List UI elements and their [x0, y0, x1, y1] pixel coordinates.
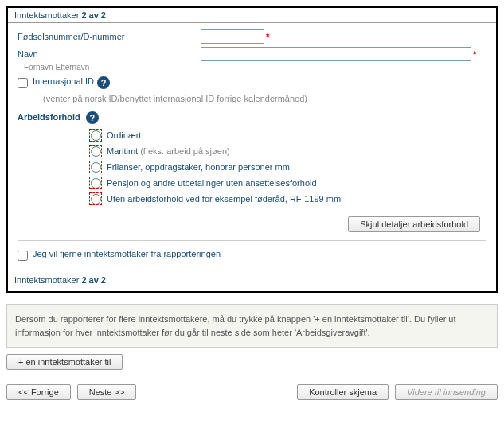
nav-buttons: << Forrige Neste >> Kontroller skjema Vi… [6, 384, 498, 400]
remove-row: Jeg vil fjerne inntektsmottaker fra rapp… [18, 249, 486, 261]
arbeidsforhold-title: Arbeidsforhold ? [18, 111, 486, 124]
intl-id-hint: (venter på norsk ID/benyttet internasjon… [43, 94, 486, 103]
radio-error-box [89, 177, 102, 189]
radio-row: Pensjon og andre utbetalinger uten anset… [89, 177, 486, 189]
control-button[interactable]: Kontroller skjema [297, 384, 389, 400]
main-panel: Inntektsmottaker 2 av 2 Fødselsnummer/D-… [6, 6, 498, 293]
bottom-prefix: Inntektsmottaker [14, 275, 79, 285]
required-icon: * [266, 32, 269, 41]
radio-pensjon[interactable] [91, 178, 101, 188]
radio-label: Frilanser, oppdragstaker, honorar person… [107, 162, 290, 172]
fnr-row: Fødselsnummer/D-nummer * [18, 29, 486, 44]
fnr-label: Fødselsnummer/D-nummer [18, 32, 201, 41]
radio-row: Frilanser, oppdragstaker, honorar person… [89, 161, 486, 173]
radio-error-box [89, 192, 102, 205]
radio-label: Pensjon og andre utbetalinger uten anset… [107, 178, 317, 188]
radio-error-box [89, 129, 102, 142]
navn-hint: Fornavn Etternavn [24, 63, 486, 72]
intl-id-row: Internasjonal ID ? [18, 76, 486, 89]
fnr-input[interactable] [201, 29, 264, 44]
prev-button[interactable]: << Forrige [6, 384, 71, 400]
remove-checkbox[interactable] [18, 251, 28, 261]
radio-error-box [89, 161, 102, 173]
form-section: Fødselsnummer/D-nummer * Navn * Fornavn … [8, 23, 496, 272]
radio-label: Maritimt (f.eks. arbeid på sjøen) [107, 146, 230, 156]
navn-label: Navn [18, 49, 201, 59]
radio-error-box [89, 145, 102, 157]
radio-label: Uten arbeidsforhold ved for eksempel fød… [107, 194, 341, 204]
help-icon[interactable]: ? [97, 76, 110, 89]
bottom-count: 2 av 2 [81, 275, 106, 285]
radio-uten[interactable] [91, 194, 101, 204]
radio-row: Ordinært [89, 129, 486, 142]
nav-left: << Forrige Neste >> [6, 384, 136, 400]
required-icon: * [473, 49, 476, 59]
radio-row: Uten arbeidsforhold ved for eksempel fød… [89, 192, 486, 205]
header-prefix: Inntektsmottaker [14, 10, 79, 20]
nav-right: Kontroller skjema Videre til innsending [297, 384, 498, 400]
intl-id-checkbox[interactable] [18, 78, 28, 88]
next-button[interactable]: Neste >> [77, 384, 137, 400]
navn-row: Navn * [18, 47, 486, 61]
divider [18, 240, 486, 241]
add-button-row: + en inntektsmottaker til [6, 354, 498, 370]
header-count: 2 av 2 [81, 10, 106, 20]
info-box: Dersom du rapporterer for flere inntekts… [6, 304, 498, 348]
section-header: Inntektsmottaker 2 av 2 [8, 8, 496, 23]
add-recipient-button[interactable]: + en inntektsmottaker til [6, 354, 123, 370]
bottom-counter: Inntektsmottaker 2 av 2 [8, 272, 496, 291]
arbeidsforhold-options: Ordinært Maritimt (f.eks. arbeid på sjøe… [89, 129, 486, 205]
submit-button[interactable]: Videre til innsending [395, 384, 498, 400]
radio-label: Ordinært [107, 130, 141, 140]
remove-label: Jeg vil fjerne inntektsmottaker fra rapp… [33, 249, 221, 258]
navn-input[interactable] [201, 47, 471, 61]
detail-toggle-row: Skjul detaljer arbeidsforhold [18, 216, 486, 232]
radio-frilanser[interactable] [91, 162, 101, 173]
toggle-details-button[interactable]: Skjul detaljer arbeidsforhold [348, 216, 480, 232]
radio-maritimt[interactable] [91, 146, 101, 157]
radio-ordinaert[interactable] [91, 130, 101, 141]
help-icon[interactable]: ? [86, 111, 99, 124]
radio-row: Maritimt (f.eks. arbeid på sjøen) [89, 145, 486, 157]
intl-id-label: Internasjonal ID [33, 76, 94, 86]
